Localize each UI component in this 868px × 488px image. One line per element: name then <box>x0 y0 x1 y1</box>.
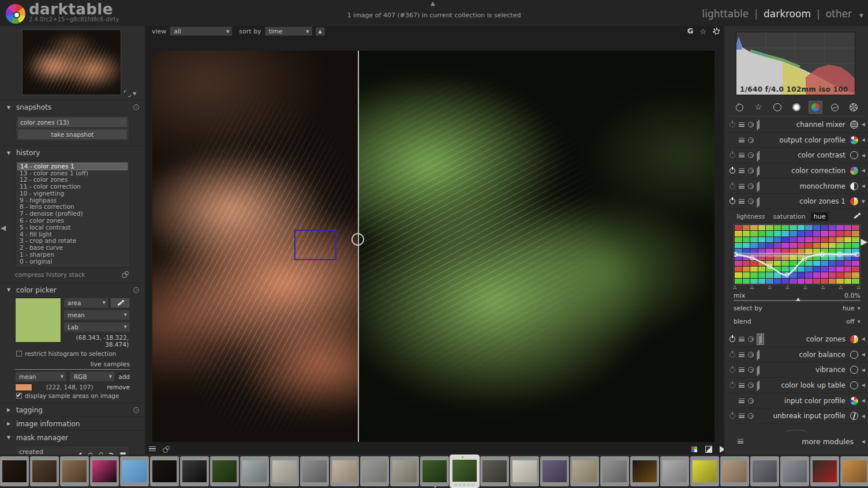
tagging-section-header[interactable]: ▶ tagging <box>0 403 145 416</box>
module-power-icon[interactable] <box>729 183 735 189</box>
filmstrip-thumbnail[interactable] <box>330 456 359 486</box>
styles-list-icon[interactable] <box>149 446 156 452</box>
curve-node-marker[interactable]: △ <box>750 284 754 290</box>
mix-slider[interactable]: mix 0.0% <box>734 292 860 301</box>
section-reset-icon[interactable] <box>133 287 139 293</box>
group-favorites-icon[interactable]: ☆ <box>751 101 765 114</box>
filmstrip-thumbnail[interactable] <box>420 456 449 486</box>
module-reset-icon[interactable] <box>748 137 754 143</box>
display-samples-checkbox[interactable] <box>16 393 22 399</box>
filmstrip-thumbnail[interactable] <box>300 456 329 486</box>
blend-row[interactable]: blend off ▼ <box>734 318 860 325</box>
filmstrip-thumbnail[interactable] <box>690 456 719 486</box>
module-header-color-correction[interactable]: color correction◀ <box>724 163 868 179</box>
color-picker-eyedropper-button[interactable] <box>110 298 130 308</box>
module-power-icon[interactable] <box>729 168 735 174</box>
history-item[interactable]: 5 - local contrast <box>17 224 128 231</box>
module-expand-icon[interactable]: ◀ <box>858 183 865 189</box>
color-zones-eyedropper-icon[interactable] <box>853 213 860 220</box>
filmstrip-thumbnail[interactable]: ☆☆☆☆☆ <box>450 455 479 487</box>
module-instances-icon[interactable] <box>757 121 760 128</box>
module-power-icon[interactable] <box>729 352 735 358</box>
overexposure-icon[interactable] <box>705 446 712 453</box>
module-reset-icon[interactable] <box>748 352 754 358</box>
module-header-output-color-profile[interactable]: output color profile◀ <box>724 133 868 148</box>
view-other[interactable]: other <box>826 8 852 20</box>
filmstrip-thumbnail[interactable] <box>600 456 629 486</box>
module-instances-icon[interactable] <box>757 182 760 190</box>
history-item[interactable]: 14 - color zones 1 <box>17 163 128 170</box>
sort-order-button[interactable]: ▲ <box>316 27 325 36</box>
module-power-icon[interactable] <box>729 367 735 373</box>
filmstrip-thumbnail[interactable] <box>240 456 269 486</box>
duplicate-instances-icon[interactable] <box>163 446 171 453</box>
module-reset-icon[interactable] <box>748 398 754 404</box>
module-presets-icon[interactable] <box>739 414 744 418</box>
filmstrip-thumbnail[interactable] <box>270 456 299 486</box>
module-header-color-zones[interactable]: color zones◀ <box>724 332 868 347</box>
module-reset-icon[interactable] <box>748 152 754 158</box>
group-effects-icon[interactable] <box>847 101 860 114</box>
module-expand-icon[interactable]: ◀ <box>858 414 865 419</box>
history-item[interactable]: 0 - original <box>17 258 128 265</box>
restrict-histogram-checkbox[interactable] <box>16 351 22 356</box>
module-expand-icon[interactable]: ◀ <box>858 367 865 373</box>
module-presets-icon[interactable] <box>739 122 744 127</box>
more-modules-row[interactable]: more modules ◀ <box>724 433 868 450</box>
curve-node-marker[interactable]: △ <box>733 284 736 290</box>
module-expand-icon[interactable]: ◀ <box>858 153 865 158</box>
module-header-unbreak-input-profile[interactable]: unbreak input profile◀ <box>724 408 868 424</box>
group-color-icon[interactable] <box>809 101 822 114</box>
module-reset-icon[interactable] <box>748 198 754 204</box>
module-expand-icon[interactable]: ◀ <box>858 122 865 127</box>
image-information-section-header[interactable]: ▶ image information <box>0 416 145 430</box>
module-instances-icon[interactable] <box>757 381 760 389</box>
zoom-menu-caret-icon[interactable]: ▼ <box>133 91 136 96</box>
right-panel-collapse-icon[interactable]: ▶ <box>860 237 867 247</box>
module-power-icon[interactable] <box>729 152 735 158</box>
module-reset-icon[interactable] <box>748 382 754 388</box>
filmstrip-thumbnail[interactable] <box>630 456 659 486</box>
module-power-icon[interactable] <box>729 336 735 342</box>
module-instances-icon[interactable] <box>757 366 760 374</box>
group-correction-icon[interactable] <box>828 101 841 114</box>
mask-manager-section-header[interactable]: ▼ mask manager <box>0 430 145 444</box>
filmstrip-thumbnail[interactable] <box>660 456 689 486</box>
filmstrip-thumbnail[interactable] <box>720 456 749 486</box>
module-presets-icon[interactable] <box>739 184 744 189</box>
module-power-icon[interactable] <box>729 198 735 204</box>
curve-node-marker[interactable]: △ <box>785 284 789 290</box>
zoom-fit-icon[interactable] <box>124 91 130 97</box>
filmstrip-thumbnail[interactable] <box>360 456 389 486</box>
module-expand-icon[interactable]: ◀ <box>858 137 865 142</box>
live-sample-swatch[interactable] <box>15 384 32 391</box>
module-reset-icon[interactable] <box>748 122 754 127</box>
module-power-icon[interactable] <box>729 122 735 127</box>
module-instances-icon[interactable] <box>757 152 760 159</box>
snapshot-split-handle[interactable] <box>351 233 364 246</box>
navigation-thumbnail[interactable] <box>22 29 121 95</box>
picker-space-select[interactable]: Lab <box>63 322 130 332</box>
module-expand-icon[interactable]: ◀ <box>858 382 865 388</box>
module-reset-icon[interactable] <box>748 413 754 419</box>
module-header-color-zones-1[interactable]: color zones 1▼ <box>724 194 868 209</box>
take-snapshot-button[interactable]: take snapshot <box>17 129 128 140</box>
color-sample-area-rect[interactable] <box>294 230 336 260</box>
snapshot-split-line[interactable] <box>358 51 359 442</box>
module-presets-icon[interactable] <box>739 168 744 173</box>
filmstrip-thumbnail[interactable] <box>390 456 419 486</box>
section-reset-icon[interactable] <box>133 104 139 110</box>
history-section-header[interactable]: ▼ history <box>0 145 145 159</box>
filmstrip-thumbnail[interactable] <box>210 456 239 486</box>
mix-slider-marker[interactable] <box>796 298 800 301</box>
filmstrip-thumbnail[interactable] <box>150 456 179 486</box>
add-sample-button[interactable]: add <box>118 373 130 380</box>
module-expand-icon[interactable]: ◀ <box>858 336 865 341</box>
picker-mode-select[interactable]: area <box>63 298 108 308</box>
tab-saturation[interactable]: saturation <box>770 212 809 221</box>
curve-node-marker[interactable]: △ <box>768 284 772 290</box>
select-by-row[interactable]: select by hue ▼ <box>734 305 860 312</box>
raw-overexposed-icon[interactable] <box>691 446 698 453</box>
filmstrip-thumbnail[interactable] <box>60 456 89 486</box>
curve-node-marker[interactable]: △ <box>821 284 825 290</box>
